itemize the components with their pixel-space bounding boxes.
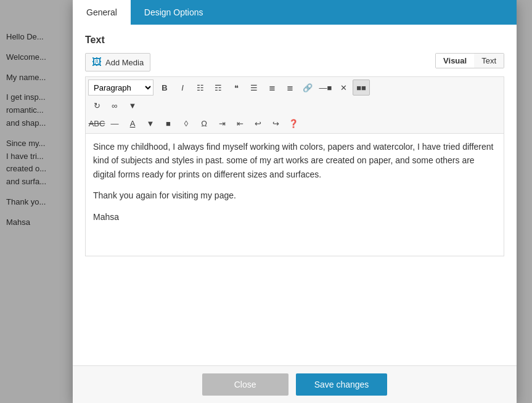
section-label: Text	[85, 35, 504, 46]
distraction-free-button[interactable]: ✕	[335, 79, 352, 96]
modal-dialog: General Design Options Text 🖼 Add Media …	[73, 0, 517, 403]
undo-button[interactable]: ↩	[249, 115, 266, 131]
unordered-list-button[interactable]: ☷	[192, 79, 209, 96]
visual-view-button[interactable]: Visual	[436, 54, 474, 68]
text-color-dropdown[interactable]: ▼	[142, 115, 159, 131]
tab-general[interactable]: General	[73, 0, 131, 25]
align-center-button[interactable]: ≣	[263, 79, 280, 96]
editor-paragraph-2: Thank you again for visiting my page.	[93, 189, 496, 202]
strikethrough-button[interactable]: ABC	[88, 115, 105, 131]
italic-button[interactable]: I	[174, 79, 191, 96]
outdent-button[interactable]: ⇤	[231, 115, 248, 131]
add-media-icon: 🖼	[92, 57, 102, 68]
modal-body: Text 🖼 Add Media Visual Text Paragraph H…	[73, 25, 517, 365]
add-media-label: Add Media	[105, 58, 144, 67]
modal-footer: Close Save changes	[73, 365, 517, 403]
insert-more-button[interactable]: —■	[317, 79, 334, 96]
close-button[interactable]: Close	[202, 373, 289, 396]
indent-button[interactable]: ⇥	[213, 115, 231, 131]
blockquote-button[interactable]: ❝	[227, 79, 245, 96]
clear-formatting-button[interactable]: ◊	[178, 115, 195, 131]
redo-button[interactable]: ↪	[267, 115, 284, 131]
ordered-list-button[interactable]: ☶	[210, 79, 227, 96]
save-changes-button[interactable]: Save changes	[296, 373, 388, 396]
infinity-button[interactable]: ∞	[106, 97, 123, 113]
align-right-button[interactable]: ≣	[281, 79, 298, 96]
dropdown-button[interactable]: ▼	[124, 97, 141, 113]
paste-text-button[interactable]: ■	[160, 115, 177, 131]
align-left-button[interactable]: ☰	[245, 79, 263, 96]
toolbar-toggle-button[interactable]: ■■	[353, 79, 370, 96]
editor-paragraph-1: Since my childhood, I always find myself…	[93, 140, 496, 181]
editor-toolbar: Paragraph Heading 1 Heading 2 Heading 3 …	[85, 76, 504, 133]
editor-content[interactable]: Since my childhood, I always find myself…	[85, 133, 504, 256]
toolbar-row-1: Paragraph Heading 1 Heading 2 Heading 3 …	[88, 79, 501, 97]
format-select[interactable]: Paragraph Heading 1 Heading 2 Heading 3 …	[88, 79, 153, 96]
format-button[interactable]: ↻	[88, 97, 105, 113]
toolbar-row-3: ABC ― A ▼ ■ ◊ Ω ⇥ ⇤ ↩ ↪ ❓	[88, 115, 501, 133]
tab-design-options[interactable]: Design Options	[131, 0, 217, 25]
link-button[interactable]: 🔗	[299, 79, 316, 96]
media-toolbar-row: 🖼 Add Media Visual Text	[85, 53, 504, 71]
toolbar-row-2: ↻ ∞ ▼	[88, 97, 501, 115]
text-view-button[interactable]: Text	[474, 54, 504, 68]
horizontal-rule-button[interactable]: ―	[106, 115, 123, 131]
view-toggle: Visual Text	[435, 53, 504, 68]
tab-bar: General Design Options	[73, 0, 517, 25]
editor-paragraph-3: Mahsa	[93, 210, 496, 224]
text-color-button[interactable]: A	[124, 115, 141, 131]
help-button[interactable]: ❓	[285, 115, 302, 131]
add-media-button[interactable]: 🖼 Add Media	[85, 53, 150, 71]
special-char-button[interactable]: Ω	[195, 115, 213, 131]
bold-button[interactable]: B	[156, 79, 173, 96]
